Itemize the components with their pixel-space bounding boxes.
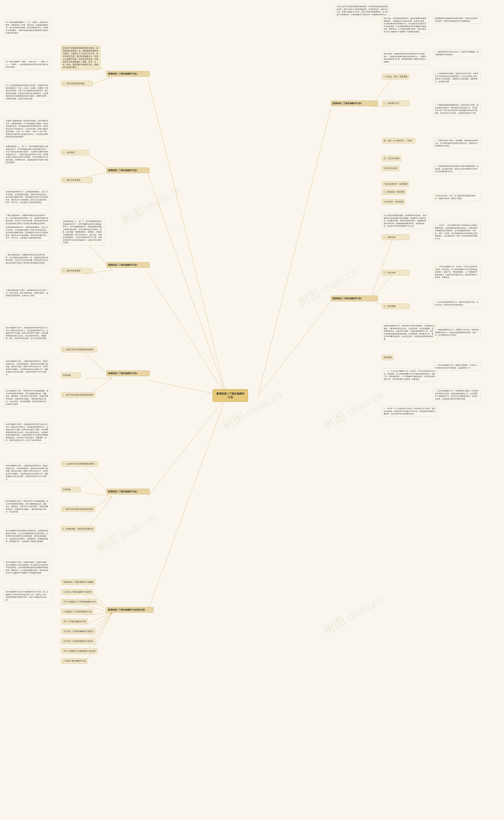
- plan3-c1: 本课程标准高二上、高二下，前半学期要完成高中生物必修1的学习，后半学期要完成高中…: [63, 220, 102, 244]
- rp1-sub7-label: 4、考试命题、组织竞赛: [384, 191, 404, 193]
- plan6-link4[interactable]: • 人教版高二下学期生物教学计划: [61, 609, 93, 614]
- rp2-rt2: 一、上学年生物教学工作：先分析一下学生们的具体学习情况，总结经验，在上学期生物教…: [435, 266, 477, 278]
- svg-line-1: [148, 173, 226, 396]
- plan5-sub3: 1、提升学生生物学知识教育的要求: [61, 506, 95, 512]
- rp1-sub8-label: 习近年进行、组织竞赛: [384, 200, 403, 203]
- rp1-sub8: 习近年进行、组织竞赛: [382, 199, 405, 204]
- plan2-sub2-label: 二、教学任务及要求: [63, 179, 81, 181]
- rp1-rt3: 2、以生物学知识为辅助，做好各单元学习内容，培养学生学习生物学知识的兴趣和能力，…: [435, 72, 478, 83]
- rplan1-right-text4: 3、积极参加教研组的教研活动，及时交流学习经验，提高自身的业务能力，同时做好学生…: [433, 102, 480, 116]
- rp1-rt6: 5、了解生物学的知识和生物科学与技术的最新进展，结合实际，适当进行拓展，使学生认…: [435, 165, 478, 172]
- plan6-link1[interactable]: • 新课标高二下册生物教学计划模板: [61, 579, 95, 585]
- rplan2-right-text6: 1、高中生物的教学工作，以课程教育为基础，以培养学生探究能力为目标。加强生物实验…: [433, 388, 480, 402]
- plan3-t2: 一课时分配的时候，生物教学课时适当比参考书多一些，学生完成作业的时间要少一些，这…: [6, 254, 48, 264]
- rp2-sub3-label: 三、教学策略: [384, 305, 396, 307]
- plan5-sub1-label: 一、以提升学生专业素质教育的要求。: [63, 463, 96, 465]
- plan6-node: 新课标高二下册生物教学计划总结文章: [106, 607, 154, 613]
- plan6-link2[interactable]: • 2021高二下册生物教学计划分析: [61, 589, 93, 595]
- rp1-sub2-label: 二、改进教学方式: [384, 102, 399, 104]
- center-node: 新课标高二下册生物教学 计划: [213, 389, 248, 402]
- plan5-node: 新课标高二下册生物教学计划5: [106, 489, 150, 494]
- plan4-t2: 高中生物教学计划中，大量思考如何培养学生，教师之间相互合作，尝试创新型教学，激发…: [6, 360, 48, 376]
- rp2-sub2: 二、学生分析: [382, 270, 409, 276]
- plan5-sub2-label: 具体措施: [63, 488, 71, 490]
- rplan1-text1: 高中生物，以利用现代教育技术，做好生物课的多媒体辅助教学，不断更新自己的知识结构…: [382, 16, 429, 34]
- rp2-rt4: 4、高效实验教学的工作，开展教学工作计划，加强生物实验教学的工作，以促进生物实验…: [435, 329, 478, 336]
- plan1-text3: 高二上学期生物期末考试情况分析报告：本报告对高考期末成绩进行了分析，从本科、实验…: [6, 84, 48, 100]
- rplan1-right-text5: 4、了解学生的学习情况，组织测验，做好测验后的讲评工作，对不同情况的学生采用不同…: [433, 138, 480, 149]
- rp2-rt6: 1、高中生物的教学工作，以课程教育为基础，以培养学生探究能力为目标。加强生物实验…: [435, 390, 478, 400]
- plan1-sub2-label: 二、情况分析及教学措施: [63, 82, 84, 84]
- plan4-text2: 高中生物教学计划中，大量思考如何培养学生，教师之间相互合作，尝试创新型教学，激发…: [4, 359, 51, 377]
- watermark-text5: 树图 shutu.cn: [295, 264, 360, 310]
- rplan1-right-text1: 物理教师要以实验教学带动理论教学，加强学生动手能力的培养，探究性实验是探究学习的…: [433, 16, 480, 24]
- plan6-link5[interactable]: • 高二下学期生物教学计划: [61, 619, 87, 624]
- plan3-label: 新课标高二下册生物教学计划3: [108, 264, 137, 266]
- plan5-t1: 高中生物教学计划中，大量思考如何培养学生，教师之间相互合作，尝试创新型教学，激发…: [6, 465, 48, 480]
- plan6-link1-label: • 新课标高二下册生物教学计划模板: [63, 581, 94, 583]
- plan6-link2-label: • 2021高二下册生物教学计划分析: [63, 591, 92, 593]
- plan5-sub4: 4、加强备课组、组织相关竞赛活动: [61, 526, 95, 532]
- plan6-link3[interactable]: • 关于人教版高二下学期生物教学计划: [61, 599, 97, 604]
- plan1-label: 新课标高二下册生物教学计划1: [108, 72, 137, 75]
- watermark-text4: 树图 shutu.cn: [320, 386, 385, 433]
- p5-lt2: 高中生物教学年度工作计划根据学校工作安排，高二生物教学工作依靠全体学生的努力工作…: [6, 591, 48, 601]
- rp1-rt4: 3、积极参加教研组的教研活动，及时交流学习经验，提高自身的业务能力，同时做好学生…: [435, 104, 478, 114]
- p5-lt1: 高中生物教学计划中，以教材为基础，以课标为纲领，进行生物教学工作的全面部署。努力…: [6, 561, 48, 574]
- mind-map: 树图 shutu.cn 树图 shutu.cn 树图 shutu.cn 树图 s…: [0, 0, 504, 820]
- rp1-sub1-label: 一公元前，管理、质量课题: [384, 75, 407, 78]
- plan2-t2: 全面贯彻党的教育方针，全面推进素质教育。以为三方向为目标，以完成课标为基础，把能…: [6, 191, 48, 203]
- plan4-large-text: 高中生物教学计划中，大量是如何对培养学生进行分工合作，教师之间合理分工，尝试使用…: [4, 422, 51, 443]
- rp2-rt5: 1、高中生物的教学计划，教师以主要教学、引导为主，充分调动学生的学习积极性，以做…: [435, 364, 478, 369]
- plan2-sub2: 二、教学任务及要求: [61, 177, 93, 183]
- plan2-t3: 一课时分配的时候，生物教学课时适当比参考书多一些，学生完成作业的时间要少一些，这…: [6, 215, 48, 225]
- rp1-rt1: 物理教师要以实验教学带动理论教学，加强学生动手能力的培养，探究性实验是探究学习的…: [435, 17, 477, 22]
- plan3-sub2: 二、教学任务及要求: [61, 268, 93, 274]
- rp2-rt1: 一、上学年一，高中生物学在整个学科体系中占据相当重要的地位。特别是随着高考改革的…: [435, 224, 477, 240]
- rp2-sub4-label: 具体措施: [384, 356, 392, 359]
- plan2-sub1: 一、指导思想: [61, 150, 89, 155]
- plan6-link7[interactable]: • 关于高二下生物实验教学计划范文: [61, 639, 95, 644]
- plan5-t3: 高中生物教学活动中教师为主要组织者，全面贯彻党的教育方针政策，以让学生掌握基础知…: [6, 530, 48, 542]
- rp1-sub4-label: 五、注意生命教育: [384, 157, 399, 159]
- rplan1-label: 新课标高二下册生物教学计划2: [333, 102, 362, 104]
- plan5-text1: 高中生物教学计划中，大量思考如何培养学生，教师之间相互合作，尝试创新型教学，激发…: [4, 463, 51, 482]
- plan2-text3: 一课时分配的时候，生物教学课时适当比参考书多一些，学生完成作业的时间要少一些，这…: [4, 213, 51, 226]
- plan5-large-text2: 高中生物教学年度工作计划根据学校工作安排，高二生物教学工作依靠全体学生的努力工作…: [4, 589, 51, 602]
- plan2-sub1-label: 一、指导思想: [63, 151, 75, 153]
- plan4-label: 新课标高二下册生物教学计划4: [108, 372, 137, 374]
- intro-text: 计划不是对工作流程和质量的考核结果，对大家有收益的对我和益处作用，用以计划对工作…: [336, 6, 388, 16]
- svg-line-4: [148, 396, 226, 497]
- svg-line-25: [85, 613, 112, 625]
- rp1-sub3: 备、考学《XYZ教学目》（生物）: [382, 138, 415, 143]
- svg-line-0: [148, 79, 226, 396]
- plan5-sub4-label: 4、加强备课组、组织相关竞赛活动: [63, 528, 93, 530]
- plan5-sub3-label: 1、提升学生生物学知识教育的要求: [63, 508, 93, 510]
- plan1-text4: 以强调《新课程标准》初高考试为基础。以科学探究为主线，注重加强实验。以了解生物知…: [6, 120, 48, 138]
- rp1-sub1: 一公元前，管理、质量课题: [382, 74, 409, 79]
- plan3-content1: 本课程标准高二上、高二下，前半学期要完成高中生物必修1的学习，后半学期要完成高中…: [61, 219, 104, 246]
- plan5-label: 新课标高二下册生物教学计划5: [108, 490, 137, 493]
- rplan2-right-text3: 1、高中生物实验的教学工作，教师为主要的引导者，学生为主体，培养学生的科学探究能…: [433, 300, 480, 308]
- plan6-link5-label: • 高二下学期生物教学计划: [63, 621, 86, 623]
- rp1-sub6: 习近年定期水平，拓宽范围: [382, 181, 409, 187]
- plan1-sub1: 因为高中生物教材的教材要求比较多，参照课程标准的统一化，做到教材按课时进行教学。…: [61, 45, 100, 70]
- plan3-t1: 全面贯彻党的教育方针，全面推进素质教育。以为三方向为目标，以完成课标为基础，把能…: [6, 226, 48, 239]
- plan6-link6[interactable]: • 关于高二下学期生物教学计划范文: [61, 629, 95, 634]
- plan5-text2: 高中生物教学计划中，研究对学生学习的激励策略，制订科学的课堂管理规范。高中生物教…: [4, 499, 51, 515]
- plan6-link8[interactable]: • 关于人教版高二生物的教学计划方案: [61, 648, 97, 654]
- rplan1-right-text7: 习近年生生分析：习近一步了解生物学基础知识的内容，积极评价运用，拓展学习范围。: [433, 193, 480, 201]
- plan2-node: 新课标高二下册生物教学计划2: [106, 167, 150, 173]
- plan6-link3-label: • 关于人教版高二下学期生物教学计划: [63, 601, 95, 603]
- plan5-t2: 高中生物教学计划中，研究对学生学习的激励策略，制订科学的课堂管理规范。高中生物教…: [6, 500, 48, 513]
- plan2-text2: 全面贯彻党的教育方针，全面推进素质教育。以为三方向为目标，以完成课标为基础，把能…: [4, 189, 51, 206]
- svg-line-6: [258, 108, 331, 396]
- plan5-sub2: 具体措施: [61, 487, 81, 492]
- rplan2-right-text1: 一、上学年一，高中生物学在整个学科体系中占据相当重要的地位。特别是随着高考改革的…: [433, 223, 480, 242]
- svg-line-5: [148, 396, 226, 611]
- plan6-link9[interactable]: • 八年级下册生物教学计划: [61, 658, 87, 664]
- rplan2-text2: 近成年实验教学计划，以科学的方式进行实验教学，以基础知识为辅助，了解生物学知识与…: [382, 323, 437, 342]
- plan4-sub3: 1、提升学生生物学知识教育的要求: [61, 392, 95, 398]
- plan4-text1: 高中生物教学计划中，大量是如何对培养学生进行分工合作，教师之间合理分工，尝试使用…: [4, 325, 51, 341]
- rplan2-text3: 一、上一个2019年生物教学工作：先分析一下学生们的具体学习情况，总结经验，在上…: [382, 369, 437, 382]
